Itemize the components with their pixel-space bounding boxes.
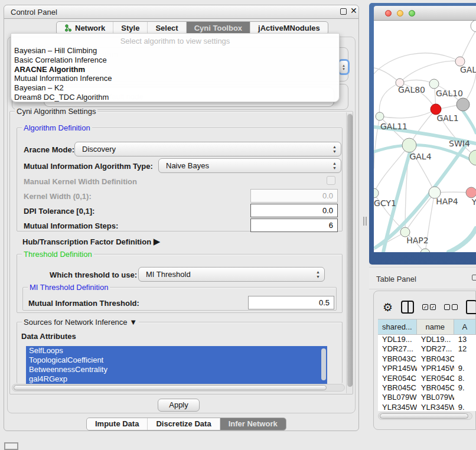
- settings-hscrollbar-thumb[interactable]: [14, 385, 327, 390]
- table-cell: 9.: [454, 383, 476, 393]
- settings-vscrollbar-thumb[interactable]: [347, 114, 353, 387]
- settings-horizontal-scrollbar[interactable]: [12, 384, 345, 392]
- attribute-item[interactable]: SelfLoops: [26, 346, 327, 356]
- algorithm-option[interactable]: Dream8 DC_TDC Algorithm: [11, 93, 339, 102]
- tab-label: Cyni Toolbox: [194, 24, 242, 32]
- mi-threshold-group-title: MI Threshold Definition: [28, 283, 110, 292]
- table-cell: YDR27...: [378, 344, 417, 354]
- algorithm-option[interactable]: Bayesian – K2: [11, 83, 339, 93]
- dropdown-hint: Select algorithm to view settings: [11, 34, 339, 46]
- attribute-item[interactable]: BetweennessCentrality: [26, 365, 327, 374]
- network-node-swi4[interactable]: [469, 150, 476, 165]
- network-edge: [405, 193, 435, 232]
- table-cell: 9.: [454, 403, 476, 411]
- which-threshold-select[interactable]: MI Threshold ▲▼: [138, 267, 325, 282]
- zoom-traffic-light[interactable]: [409, 10, 415, 17]
- gear-icon[interactable]: ⚙: [383, 301, 393, 314]
- hub-definition-toggle[interactable]: Hub/Transcription Factor Definition ▶: [22, 236, 160, 247]
- node-label-gal: GAL: [460, 65, 476, 74]
- mi-algorithm-type-value: Naive Bayes: [166, 161, 209, 170]
- tab-cyni-toolbox[interactable]: Cyni Toolbox: [187, 22, 250, 34]
- attribute-item[interactable]: TopologicalCoefficient: [26, 356, 327, 365]
- attributes-list-scrollbar[interactable]: [321, 348, 326, 380]
- table-hscrollbar-thumb[interactable]: [380, 413, 468, 419]
- table-cell: 13: [454, 335, 476, 344]
- algorithm-option[interactable]: ARACNE Algorithm: [11, 65, 339, 74]
- table-panel-float-icon[interactable]: [472, 275, 476, 281]
- bottom-tab-bar: Impute DataDiscretize DataInfer Network: [86, 418, 286, 431]
- apply-button[interactable]: Apply: [158, 399, 200, 412]
- network-canvas[interactable]: GALGAL80GAL10GAL1GAL11SWI4GAL4GCY1HAP4YH…: [374, 21, 476, 252]
- data-attributes-list[interactable]: SelfLoopsTopologicalCoefficientBetweenne…: [26, 346, 327, 384]
- network-node-gcy1[interactable]: [374, 188, 379, 198]
- dpi-tolerance-field[interactable]: 0.0: [250, 204, 338, 217]
- table-horizontal-scrollbar[interactable]: [378, 412, 472, 420]
- dropdown-item-list: Bayesian – Hill ClimbingBasic Correlatio…: [11, 46, 339, 102]
- algorithm-option[interactable]: Basic Correlation Inference: [11, 56, 339, 65]
- minimize-traffic-light[interactable]: [397, 10, 403, 17]
- network-window-titlebar[interactable]: [374, 6, 476, 21]
- spinner-down-icon: ▼: [342, 67, 345, 71]
- tab-network[interactable]: Network: [57, 22, 113, 34]
- data-attributes-label: Data Attributes: [21, 332, 76, 341]
- algorithm-option[interactable]: Mutual Information Inference: [11, 74, 339, 83]
- table-row[interactable]: YBL079WYBL079W: [378, 393, 476, 402]
- column-header-shared[interactable]: shared...: [378, 319, 417, 334]
- table-row[interactable]: YDL19...YDL19...13: [378, 335, 476, 344]
- panel-divider-grip[interactable]: [363, 217, 367, 226]
- bottom-tab-infer-network[interactable]: Infer Network: [220, 418, 286, 430]
- new-table-icon[interactable]: [466, 300, 476, 314]
- hub-definition-label: Hub/Transcription Factor Definition: [22, 237, 151, 246]
- aracne-mode-select[interactable]: Discovery ▲▼: [74, 142, 341, 156]
- table-row[interactable]: YBR045CYBR045C9.: [378, 383, 476, 393]
- collapse-down-icon[interactable]: ▼: [129, 318, 137, 327]
- deselect-all-columns-icon[interactable]: [444, 304, 458, 310]
- bottom-tab-discretize-data[interactable]: Discretize Data: [148, 418, 220, 430]
- mi-steps-label: Mutual Information Steps:: [24, 221, 118, 230]
- tab-style[interactable]: Style: [113, 22, 148, 34]
- settings-vertical-scrollbar[interactable]: [346, 112, 353, 393]
- table-cell: [454, 393, 476, 402]
- network-edge: [463, 111, 476, 133]
- table-row[interactable]: YER054CYER054C8.: [378, 374, 476, 383]
- close-traffic-light[interactable]: [385, 10, 392, 17]
- mi-threshold-field[interactable]: 0.5: [248, 296, 334, 309]
- tab-select[interactable]: Select: [148, 22, 186, 34]
- table-row[interactable]: YLR345WYLR345W9.: [378, 403, 476, 411]
- table-row[interactable]: YPR145WYPR145W9.: [378, 364, 476, 373]
- table-row[interactable]: YBR043CYBR043C: [378, 354, 476, 364]
- table-row[interactable]: YDR27...YDR27...12: [378, 344, 476, 354]
- network-node[interactable]: [471, 21, 476, 32]
- network-node-y[interactable]: [466, 187, 476, 198]
- combo-arrows-icon: ▲▼: [332, 161, 337, 171]
- aracne-mode-value: Discovery: [82, 145, 116, 154]
- mi-steps-field[interactable]: 6: [250, 219, 338, 232]
- algorithm-dropdown-popup: Select algorithm to view settings Bayesi…: [11, 33, 340, 102]
- table-cell: YPR145W: [417, 364, 454, 373]
- algorithm-option[interactable]: Bayesian – Hill Climbing: [11, 46, 339, 56]
- attribute-item[interactable]: gal4RGexp: [26, 374, 327, 384]
- column-header-A[interactable]: A: [454, 319, 476, 334]
- table-cell: YBR043C: [378, 354, 417, 364]
- mi-algorithm-type-select[interactable]: Naive Bayes ▲▼: [158, 158, 341, 173]
- table-panel-title: Table Panel: [376, 275, 416, 283]
- manual-kernel-width-checkbox: [327, 176, 335, 185]
- tab-jactivemnodules[interactable]: jActiveMNodules: [250, 22, 328, 34]
- bottom-tab-impute-data[interactable]: Impute Data: [87, 418, 148, 430]
- select-all-columns-icon[interactable]: ✓✓: [422, 304, 436, 310]
- network-node-gal11[interactable]: [376, 112, 384, 120]
- column-header-name[interactable]: name: [417, 319, 454, 334]
- tab-label: Network: [75, 24, 105, 32]
- network-node-gal10[interactable]: [429, 79, 439, 89]
- table-cell: YBL079W: [378, 393, 417, 402]
- close-panel-icon[interactable]: ✕: [350, 6, 357, 15]
- focused-spinner-control[interactable]: ▲▼: [338, 59, 350, 75]
- threshold-definition-title: Threshold Definition: [22, 250, 94, 259]
- tab-label: Style: [121, 24, 139, 32]
- collapsed-panel-button[interactable]: [4, 442, 18, 450]
- network-node-gal4[interactable]: [402, 138, 416, 152]
- network-view-window: GALGAL80GAL10GAL1GAL11SWI4GAL4GCY1HAP4YH…: [369, 3, 476, 265]
- float-panel-icon[interactable]: [340, 8, 347, 15]
- columns-icon[interactable]: [401, 301, 414, 314]
- network-node[interactable]: [457, 98, 470, 111]
